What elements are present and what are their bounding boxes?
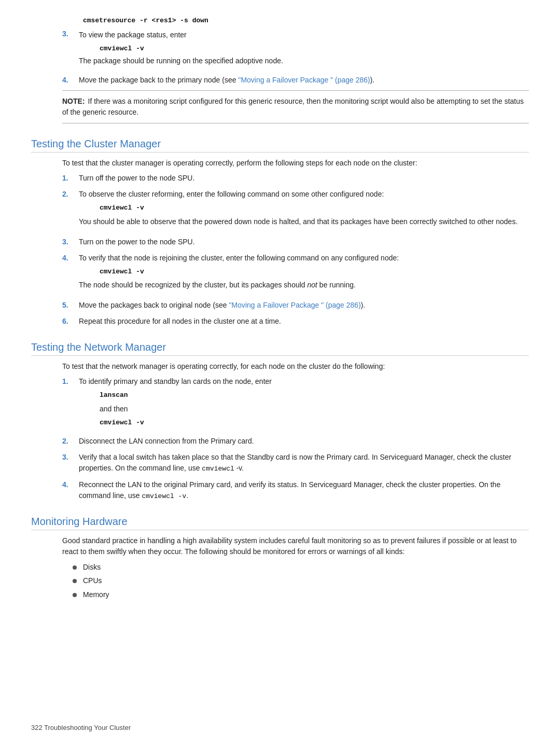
step3-code-block: cmviewcl -v [100, 45, 529, 52]
network-manager-intro-block: To test that the network manager is oper… [62, 361, 529, 501]
step4-content: Move the package back to the primary nod… [79, 76, 529, 84]
bullet-disks: Disks [73, 561, 529, 573]
cluster-step6-content: Repeat this procedure for all nodes in t… [79, 316, 529, 327]
cluster-step4-code-block: cmviewcl -v [100, 267, 529, 277]
monitoring-heading: Monitoring Hardware [31, 516, 529, 530]
note-text: If there was a monitoring script configu… [62, 97, 524, 116]
cluster-step6-number: 6. [62, 316, 77, 327]
network-step1-and-then: and then [100, 404, 529, 415]
network-step-1: 1. To identify primary and standby lan c… [62, 376, 529, 431]
cluster-step2-code-block: cmviewcl -v [100, 203, 529, 213]
bullet-dot-memory [73, 593, 77, 597]
cluster-step2-number: 2. [62, 189, 77, 231]
step4-link[interactable]: "Moving a Failover Package " (page 286) [238, 76, 370, 84]
network-step4-text-after: . [186, 491, 188, 500]
cluster-step5-number: 5. [62, 300, 77, 311]
cluster-step6-text: Repeat this procedure for all nodes in t… [79, 317, 281, 325]
cluster-step-3: 3. Turn on the power to the node SPU. [62, 237, 529, 247]
cluster-step4-text: To verify that the node is rejoining the… [79, 253, 529, 264]
bullet-disks-label: Disks [83, 561, 101, 573]
cluster-manager-intro-block: To test that the cluster manager is oper… [62, 158, 529, 327]
network-manager-steps: 1. To identify primary and standby lan c… [62, 376, 529, 501]
step4-number: 4. [62, 76, 77, 84]
network-step2-text: Disconnect the LAN connection from the P… [79, 437, 254, 445]
network-manager-heading: Testing the Network Manager [31, 341, 529, 356]
network-step2-number: 2. [62, 436, 77, 447]
network-step1-text: To identify primary and standby lan card… [79, 376, 529, 387]
cluster-step-5: 5. Move the packages back to original no… [62, 300, 529, 311]
network-step-2: 2. Disconnect the LAN connection from th… [62, 436, 529, 447]
cluster-step-6: 6. Repeat this procedure for all nodes i… [62, 316, 529, 327]
step3-code: cmviewcl -v [100, 45, 529, 52]
cluster-step4-code: cmviewcl -v [100, 267, 529, 277]
cluster-step2-code: cmviewcl -v [100, 203, 529, 213]
cluster-step4-desc-italic: not [307, 281, 317, 289]
cluster-step2-desc: You should be able to observe that the p… [79, 216, 529, 227]
monitoring-bullets: Disks CPUs Memory [73, 561, 529, 600]
network-step1-code-block: lanscan and then cmviewcl -v [100, 390, 529, 427]
cluster-step5-link[interactable]: "Moving a Failover Package " (page 286) [229, 301, 361, 309]
step3-content: To view the package status, enter cmview… [79, 30, 529, 71]
cluster-manager-steps: 1. Turn off the power to the node SPU. 2… [62, 173, 529, 327]
cluster-manager-heading: Testing the Cluster Manager [31, 138, 529, 153]
top-code-block: cmsetresource -r <res1> -s down [83, 16, 529, 24]
network-step3-text-before: Verify that a local switch has taken pla… [79, 453, 511, 472]
page-footer: 322 Troubleshooting Your Cluster [31, 724, 131, 731]
cluster-step5-text-after: ). [361, 301, 366, 309]
network-step3-code: cmviewcl [202, 465, 234, 473]
step4-text-after: ). [370, 76, 375, 84]
cluster-step3-text: Turn on the power to the node SPU. [79, 238, 195, 246]
top-code-text: cmsetresource -r <res1> -s down [83, 17, 208, 24]
network-step1-number: 1. [62, 376, 77, 431]
step3-text: To view the package status, enter [79, 30, 529, 40]
top-step3: 3. To view the package status, enter cmv… [62, 30, 529, 71]
cluster-step1-number: 1. [62, 173, 77, 184]
cluster-step2-content: To observe the cluster reforming, enter … [79, 189, 529, 231]
cluster-step-1: 1. Turn off the power to the node SPU. [62, 173, 529, 184]
step3-description: The package should be running on the spe… [79, 56, 529, 66]
cluster-step4-desc: The node should be recognized by the clu… [79, 280, 529, 291]
cluster-step5-content: Move the packages back to original node … [79, 300, 529, 311]
step3-number: 3. [62, 30, 77, 71]
cluster-step4-content: To verify that the node is rejoining the… [79, 253, 529, 295]
network-step3-number: 3. [62, 452, 77, 474]
step4-text-before: Move the package back to the primary nod… [79, 76, 238, 84]
cluster-step3-number: 3. [62, 237, 77, 247]
network-step1-content: To identify primary and standby lan card… [79, 376, 529, 431]
bullet-cpus-label: CPUs [83, 575, 102, 586]
note-label: NOTE: [62, 97, 85, 105]
monitoring-intro: Good standard practice in handling a hig… [62, 535, 529, 557]
network-step3-content: Verify that a local switch has taken pla… [79, 452, 529, 474]
cluster-step3-content: Turn on the power to the node SPU. [79, 237, 529, 247]
bullet-dot-cpus [73, 579, 77, 583]
cluster-step1-content: Turn off the power to the node SPU. [79, 173, 529, 184]
cluster-step5-text-before: Move the packages back to original node … [79, 301, 229, 309]
cluster-step1-text: Turn off the power to the node SPU. [79, 174, 194, 182]
cluster-step4-number: 4. [62, 253, 77, 295]
cluster-step2-text: To observe the cluster reforming, enter … [79, 189, 529, 200]
network-step-3: 3. Verify that a local switch has taken … [62, 452, 529, 474]
network-step4-content: Reconnect the LAN to the original Primar… [79, 479, 529, 502]
cluster-step4-desc-before: The node should be recognized by the clu… [79, 281, 307, 289]
bullet-cpus: CPUs [73, 575, 529, 586]
bullet-memory: Memory [73, 589, 529, 600]
top-step4: 4. Move the package back to the primary … [62, 76, 529, 84]
network-step1-code2: cmviewcl -v [100, 418, 529, 428]
cluster-step4-desc-after: be running. [317, 281, 356, 289]
network-step-4: 4. Reconnect the LAN to the original Pri… [62, 479, 529, 502]
bullet-dot-disks [73, 565, 77, 570]
cluster-step-2: 2. To observe the cluster reforming, ent… [62, 189, 529, 231]
network-step4-number: 4. [62, 479, 77, 502]
monitoring-intro-block: Good standard practice in handling a hig… [62, 535, 529, 600]
network-step4-code: cmviewcl -v [142, 492, 186, 500]
cluster-manager-intro: To test that the cluster manager is oper… [62, 158, 529, 169]
note-box: NOTE:If there was a monitoring script co… [62, 90, 529, 123]
network-step2-content: Disconnect the LAN connection from the P… [79, 436, 529, 447]
network-manager-intro: To test that the network manager is oper… [62, 361, 529, 372]
network-step3-text-after: -v. [234, 464, 244, 472]
cluster-step-4: 4. To verify that the node is rejoining … [62, 253, 529, 295]
bullet-memory-label: Memory [83, 589, 109, 600]
network-step1-code1: lanscan [100, 390, 529, 400]
